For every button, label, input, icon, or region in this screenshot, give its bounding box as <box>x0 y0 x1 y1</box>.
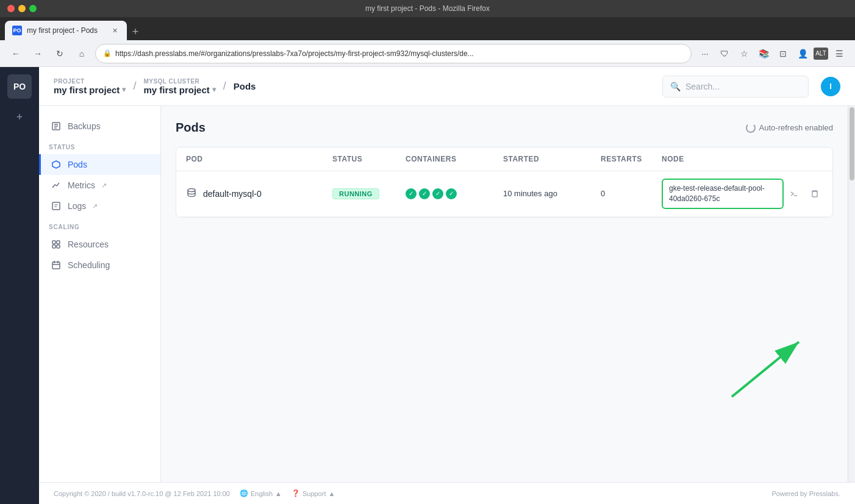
cluster-breadcrumb[interactable]: my first project ▾ <box>143 85 215 95</box>
support-link[interactable]: ❓ Support ▲ <box>292 489 335 497</box>
account-button[interactable]: 👤 <box>794 45 811 62</box>
svg-rect-18 <box>812 191 817 197</box>
back-button[interactable]: ← <box>7 45 24 62</box>
svg-rect-11 <box>57 245 60 248</box>
org-avatar[interactable]: PO <box>7 74 32 99</box>
node-cell: gke-test-release-default-pool-40da0260-6… <box>662 179 784 209</box>
col-actions <box>786 155 823 163</box>
browser-tab[interactable]: PO my first project - Pods ✕ <box>5 21 127 40</box>
browser-titlebar: my first project - Pods - Mozilla Firefo… <box>0 0 855 17</box>
annotation-arrow <box>714 330 811 403</box>
search-box[interactable]: 🔍 Search... <box>662 76 809 98</box>
search-placeholder: Search... <box>685 82 720 91</box>
forward-button[interactable]: → <box>29 45 46 62</box>
pods-label: Pods <box>68 160 87 169</box>
user-avatar[interactable]: I <box>821 77 840 96</box>
col-started: Started <box>503 155 601 163</box>
tab-close-button[interactable]: ✕ <box>110 26 120 35</box>
bookmarks-library-button[interactable]: 📚 <box>755 45 772 62</box>
address-bar[interactable]: 🔒 https://dash.presslabs.me/#/organizati… <box>95 44 692 63</box>
synced-tabs-button[interactable]: ⊡ <box>775 45 792 62</box>
resources-label: Resources <box>68 240 109 249</box>
browser-title: my first project - Pods - Mozilla Firefo… <box>365 4 490 13</box>
metrics-icon <box>51 180 62 191</box>
scheduling-icon <box>51 260 62 271</box>
logs-label: Logs <box>68 201 86 211</box>
delete-button[interactable] <box>807 185 823 202</box>
svg-rect-5 <box>52 202 60 210</box>
resources-icon <box>51 239 62 250</box>
more-options-button[interactable]: ··· <box>696 45 714 62</box>
current-page-label: Pods <box>234 81 256 91</box>
refresh-spinner-icon <box>746 123 756 133</box>
auto-refresh-indicator: Auto-refresh enabled <box>746 123 833 133</box>
sidebar-nav: Backups STATUS Pods <box>39 106 161 482</box>
minimize-traffic-light[interactable] <box>18 5 26 12</box>
terminal-button[interactable] <box>786 185 802 202</box>
sidebar-item-resources[interactable]: Resources <box>39 234 160 255</box>
col-containers: Containers <box>406 155 503 163</box>
close-traffic-light[interactable] <box>7 5 15 12</box>
metrics-label: Metrics <box>68 180 95 190</box>
main-wrapper: Backups STATUS Pods <box>39 106 855 482</box>
col-restarts: Restarts <box>601 155 662 163</box>
svg-rect-8 <box>52 241 55 244</box>
cluster-dropdown-icon[interactable]: ▾ <box>212 85 216 94</box>
pod-name: default-mysql-0 <box>203 189 262 199</box>
svg-line-20 <box>732 342 799 397</box>
app-container: PO + PROJECT my first project ▾ / MYSQL … <box>0 67 855 504</box>
backups-icon <box>51 121 62 132</box>
containers-cell <box>406 188 503 199</box>
project-dropdown-icon[interactable]: ▾ <box>122 85 126 94</box>
metrics-external-icon: ↗ <box>101 182 107 190</box>
started-cell: 10 minutes ago <box>503 189 601 198</box>
home-button[interactable]: ⌂ <box>73 45 90 62</box>
sidebar-item-metrics[interactable]: Metrics ↗ <box>39 175 160 196</box>
table-row: default-mysql-0 RUNNING 10 <box>176 171 832 217</box>
backups-label: Backups <box>68 121 101 131</box>
pod-name-cell: default-mysql-0 <box>186 187 332 201</box>
hamburger-menu-button[interactable]: ☰ <box>831 45 848 62</box>
maximize-traffic-light[interactable] <box>29 5 37 12</box>
add-button[interactable]: + <box>9 106 30 128</box>
language-selector[interactable]: 🌐 English ▲ <box>240 489 282 497</box>
cluster-name: my first project <box>143 85 209 95</box>
logs-external-icon: ↗ <box>92 202 98 210</box>
pods-table: Pod Status Containers Started Restarts N… <box>176 147 833 218</box>
scroll-thumb[interactable] <box>850 107 854 180</box>
pods-icon <box>51 159 62 170</box>
col-pod: Pod <box>186 155 332 163</box>
svg-marker-4 <box>52 161 60 168</box>
new-tab-button[interactable]: + <box>127 23 144 40</box>
sidebar-item-logs[interactable]: Logs ↗ <box>39 196 160 216</box>
lang-chevron-icon: ▲ <box>275 490 282 497</box>
language-label: English <box>251 490 273 497</box>
breadcrumb-sep-2: / <box>223 80 226 93</box>
row-actions <box>786 185 823 202</box>
scrollbar[interactable] <box>848 106 855 482</box>
app-footer: Copyright © 2020 / build v1.7.0-rc.10 @ … <box>39 482 855 504</box>
pod-status-cell: RUNNING <box>332 188 406 199</box>
sidebar-item-scheduling[interactable]: Scheduling <box>39 255 160 275</box>
project-breadcrumb-section: PROJECT my first project ▾ <box>54 78 126 95</box>
bookmark-button[interactable]: ☆ <box>735 45 753 62</box>
sidebar-item-pods[interactable]: Pods <box>39 154 160 175</box>
container-dot-2 <box>419 188 430 199</box>
tab-favicon: PO <box>12 26 22 35</box>
svg-rect-10 <box>52 245 55 248</box>
reload-button[interactable]: ↻ <box>51 45 68 62</box>
project-breadcrumb[interactable]: my first project ▾ <box>54 85 126 95</box>
url-text: https://dash.presslabs.me/#/organization… <box>115 49 474 58</box>
page-title: Pods <box>176 121 206 135</box>
powered-by-text: Powered by Presslabs. <box>772 490 841 497</box>
project-label: PROJECT <box>54 78 126 85</box>
status-badge: RUNNING <box>332 188 379 199</box>
app-header: PROJECT my first project ▾ / MYSQL CLUST… <box>39 67 855 106</box>
shield-button[interactable]: 🛡 <box>716 45 733 62</box>
breadcrumb-sep-1: / <box>133 80 136 93</box>
search-icon: 🔍 <box>670 82 681 91</box>
support-chevron-icon: ▲ <box>328 490 335 497</box>
pod-db-icon <box>186 187 197 201</box>
alt-button[interactable]: ALT <box>814 48 828 60</box>
sidebar-item-backups[interactable]: Backups <box>39 116 160 137</box>
